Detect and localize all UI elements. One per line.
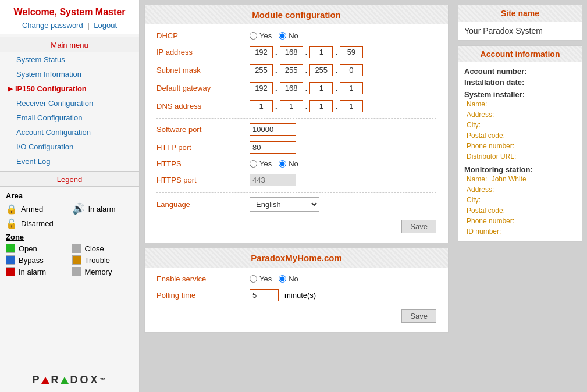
subnet-seg-2[interactable] [280, 64, 303, 76]
module-config-panel: Module configuration DHCP Yes No [144, 5, 449, 243]
install-date-row: Installation date: [464, 78, 576, 87]
legend-title: Legend [0, 171, 139, 187]
dhcp-no-radio[interactable] [279, 32, 286, 40]
https-no-radio[interactable] [279, 160, 286, 168]
legend-zone-inalarm: In alarm [6, 267, 67, 276]
ip-dot-1: . [275, 48, 278, 56]
logo-triangle-red [41, 377, 49, 384]
armed-label: Armed [21, 205, 43, 213]
ip-dot-2: . [305, 48, 308, 56]
dns-seg-2[interactable] [280, 100, 303, 112]
subnet-dot-1: . [275, 66, 278, 74]
account-info-header: Account information [458, 46, 582, 62]
enable-yes-option[interactable]: Yes [250, 275, 272, 283]
enable-service-label: Enable service [156, 275, 250, 283]
sidebar-item-ip150-configuration[interactable]: IP150 Configuration [0, 81, 139, 96]
main-menu-title: Main menu [0, 37, 139, 52]
module-config-btn-row: Save [156, 218, 436, 236]
mon-city-label: City: [464, 195, 576, 205]
https-port-input[interactable] [250, 174, 296, 186]
site-name-panel: Site name Your Paradox System [458, 5, 582, 41]
module-config-save-button[interactable]: Save [401, 220, 436, 233]
language-select[interactable]: English French Spanish German [250, 197, 319, 212]
enable-service-row: Enable service Yes No [156, 275, 436, 283]
logout-link[interactable]: Logout [94, 21, 117, 30]
paradox-home-save-button[interactable]: Save [401, 309, 436, 323]
ip-seg-4[interactable] [340, 46, 363, 58]
zone-open-box [6, 244, 15, 253]
sidebar-item-system-status[interactable]: System Status [0, 52, 139, 67]
gateway-row: Default gateway . . . [156, 82, 436, 94]
legend-zone-memory: Memory [72, 267, 134, 276]
enable-service-controls: Yes No [250, 275, 298, 283]
sidebar-item-account-configuration[interactable]: Account Configuration [0, 125, 139, 140]
ip-seg-3[interactable] [309, 46, 333, 58]
sidebar-item-event-log[interactable]: Event Log [0, 154, 139, 169]
ip-address-label: IP address [156, 48, 250, 56]
ip-seg-2[interactable] [280, 46, 303, 58]
gateway-seg-1[interactable] [250, 82, 273, 94]
divider-2 [156, 192, 436, 193]
module-config-header: Module configuration [145, 5, 448, 24]
ip-seg-1[interactable] [250, 46, 273, 58]
account-info-body: Account number: Installation date: Syste… [458, 62, 582, 241]
gateway-dot-1: . [275, 84, 278, 92]
polling-row: Polling time minute(s) [156, 289, 436, 301]
change-password-link[interactable]: Change password [22, 21, 83, 30]
software-port-input[interactable] [250, 123, 296, 136]
https-port-row: HTTPS port [156, 174, 436, 186]
sidebar-welcome: Welcome, System Master [6, 7, 133, 17]
gateway-seg-4[interactable] [340, 82, 363, 94]
dhcp-label: DHCP [156, 31, 250, 40]
https-yes-label: Yes [259, 159, 272, 168]
http-port-row: HTTP port [156, 141, 436, 154]
armed-lock-icon: 🔒 [6, 203, 17, 215]
paradox-home-panel: ParadoxMyHome.com Enable service Yes No [144, 248, 449, 333]
sidebar-item-email-configuration[interactable]: Email Configuration [0, 111, 139, 125]
subnet-seg-1[interactable] [250, 64, 273, 76]
https-controls: Yes No [250, 159, 298, 168]
http-port-input[interactable] [250, 141, 296, 154]
software-port-controls [250, 123, 296, 136]
logo-a: R [51, 374, 59, 386]
subnet-seg-3[interactable] [309, 64, 333, 76]
dns-dot-1: . [275, 102, 278, 111]
https-no-option[interactable]: No [279, 159, 298, 168]
subnet-seg-4[interactable] [340, 64, 363, 76]
zone-open-label: Open [19, 244, 37, 253]
gateway-seg-3[interactable] [309, 82, 333, 94]
dhcp-yes-radio[interactable] [250, 32, 257, 40]
dhcp-controls: Yes No [250, 31, 298, 40]
https-yes-radio[interactable] [250, 160, 257, 168]
legend-disarmed-col: 🔓 Disarmed [6, 218, 133, 229]
site-name-body: Your Paradox System [458, 22, 582, 40]
software-port-label: Software port [156, 125, 250, 134]
in-alarm-label: In alarm [88, 205, 116, 213]
sidebar-item-receiver-configuration[interactable]: Receiver Configuration [0, 96, 139, 111]
https-yes-option[interactable]: Yes [250, 159, 272, 168]
enable-no-option[interactable]: No [279, 275, 298, 283]
enable-yes-radio[interactable] [250, 275, 257, 283]
enable-no-radio[interactable] [279, 275, 286, 283]
site-name-value: Your Paradox System [464, 26, 543, 35]
dhcp-yes-option[interactable]: Yes [250, 31, 272, 40]
dns-seg-1[interactable] [250, 100, 273, 112]
disarmed-lock-icon: 🔓 [6, 218, 17, 229]
installer-postal-label: Postal code: [464, 130, 576, 141]
dns-seg-3[interactable] [309, 100, 333, 112]
sidebar-item-io-configuration[interactable]: I/O Configuration [0, 140, 139, 154]
monitoring-station-section: Monitoring station: Name: John White Add… [464, 165, 576, 237]
paradox-home-title: ParadoxMyHome.com [251, 253, 342, 263]
gateway-seg-2[interactable] [280, 82, 303, 94]
sidebar-header: Welcome, System Master Change password |… [0, 0, 139, 34]
dhcp-yes-label: Yes [259, 31, 272, 40]
dns-seg-4[interactable] [340, 100, 363, 112]
sidebar-item-system-information[interactable]: System Information [0, 67, 139, 81]
site-name-header: Site name [458, 5, 582, 22]
paradox-home-body: Enable service Yes No Polling time [145, 268, 448, 332]
site-name-title: Site name [501, 9, 539, 18]
dhcp-no-option[interactable]: No [279, 31, 298, 40]
legend-zone-title: Zone [6, 233, 133, 241]
polling-input[interactable] [250, 289, 279, 301]
legend-zone-trouble: Trouble [72, 255, 134, 265]
